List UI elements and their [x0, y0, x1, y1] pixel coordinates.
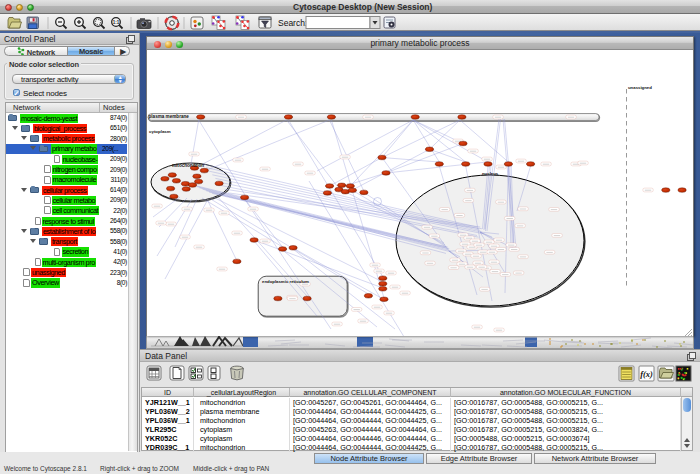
svg-text:nucleus: nucleus: [482, 171, 499, 176]
svg-text:mitochondrion: mitochondrion: [172, 163, 204, 168]
svg-text:plasma membrane: plasma membrane: [149, 114, 190, 119]
svg-text:1:1: 1:1: [113, 20, 120, 25]
svg-text:Search:: Search:: [278, 18, 307, 28]
svg-text:f(x): f(x): [640, 369, 653, 379]
svg-text:unassigned: unassigned: [628, 85, 652, 90]
svg-text:cytoplasm: cytoplasm: [149, 129, 171, 134]
svg-text:endoplasmic reticulum: endoplasmic reticulum: [262, 279, 309, 284]
